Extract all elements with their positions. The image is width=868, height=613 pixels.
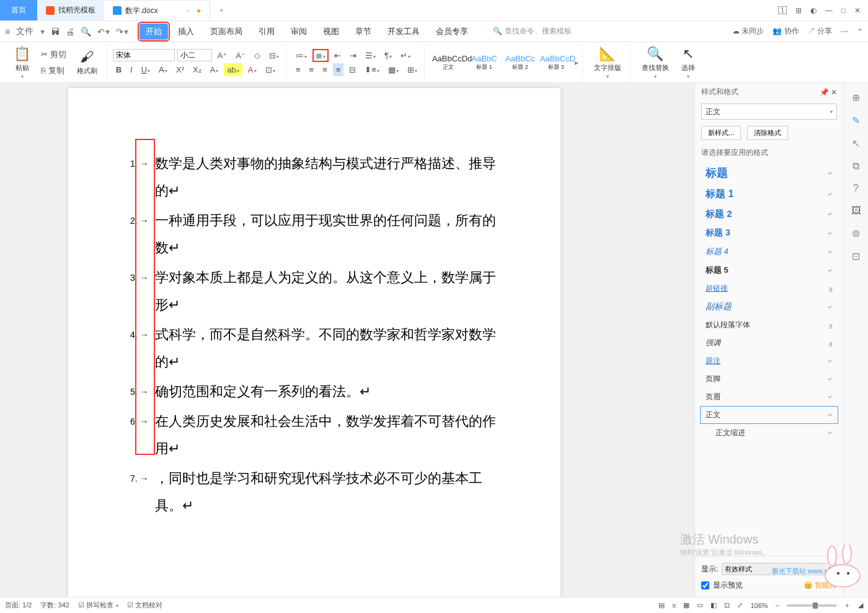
font-color-button[interactable]: A▾ xyxy=(245,63,260,76)
share-button[interactable]: ↗ 分享 xyxy=(808,26,832,37)
style-item[interactable]: 超链接a̲ xyxy=(700,280,838,298)
tab-start[interactable]: 开始 xyxy=(140,24,168,40)
clear-format-icon[interactable]: ◇ xyxy=(251,49,264,62)
view-web-icon[interactable]: ▦ xyxy=(683,601,689,609)
image-icon[interactable]: 🖼 xyxy=(851,205,861,216)
tab-menu-icon[interactable]: ▫ xyxy=(187,6,189,15)
view-read-icon[interactable]: ▭ xyxy=(697,601,703,609)
show-marks-button[interactable]: ↵▾ xyxy=(397,49,414,62)
style-item[interactable]: 页眉↵ xyxy=(700,388,838,406)
new-tab-button[interactable]: ＋ xyxy=(210,0,232,20)
fullscreen-icon[interactable]: ⤢ xyxy=(737,601,743,609)
layout-icon2[interactable]: ⊡ xyxy=(852,250,860,262)
align-left-button[interactable]: ≡ xyxy=(293,63,304,76)
style-item[interactable]: 标题 4↵ xyxy=(700,242,838,261)
bold-button[interactable]: B xyxy=(113,63,125,76)
border-button[interactable]: ⊡▾ xyxy=(262,63,278,76)
italic-button[interactable]: I xyxy=(127,63,136,76)
style-item[interactable]: 标题↵ xyxy=(700,162,838,184)
preview-checkbox[interactable] xyxy=(701,581,709,589)
file-menu[interactable]: 文件 xyxy=(16,26,33,37)
layout-icon[interactable]: 1 xyxy=(778,6,787,14)
cut-button[interactable]: ✂ 剪切 xyxy=(38,47,69,62)
menu-icon[interactable]: ≡ xyxy=(5,27,10,37)
word-count[interactable]: 字数: 342 xyxy=(40,601,69,610)
select-button[interactable]: ↖选择▾ xyxy=(676,43,700,82)
align-center-button[interactable]: ≡ xyxy=(306,63,317,76)
link-icon[interactable]: ⧉ xyxy=(852,161,859,172)
decrease-indent-button[interactable]: ⇤ xyxy=(331,49,344,62)
style-item[interactable]: 标题 1↵ xyxy=(700,184,838,205)
format-painter-button[interactable]: 🖌格式刷 xyxy=(72,46,102,78)
pointer-icon[interactable]: ↖ xyxy=(852,138,860,149)
zoom-out-button[interactable]: − xyxy=(776,602,779,609)
change-case-button[interactable]: A▾ xyxy=(207,63,222,76)
style-item[interactable]: 标题 5↵ xyxy=(700,261,838,280)
clear-format-button[interactable]: 清除格式 xyxy=(747,126,788,140)
view-outline-icon[interactable]: ≡ xyxy=(672,602,676,609)
spellcheck-button[interactable]: ☑ 拼写检查 ▾ xyxy=(78,601,118,610)
size-select[interactable] xyxy=(177,49,212,61)
underline-button[interactable]: U▾ xyxy=(138,63,153,76)
style-item[interactable]: 题注↵ xyxy=(700,352,838,370)
sync-status[interactable]: ☁ 未同步 xyxy=(732,26,764,37)
find-replace-button[interactable]: 🔍查找替换▾ xyxy=(637,43,674,82)
pencil-icon[interactable]: ✎ xyxy=(852,115,860,126)
command-search[interactable]: 🔍 查找命令、搜索模板 xyxy=(493,26,571,37)
superscript-button[interactable]: X² xyxy=(173,63,187,76)
new-style-button[interactable]: 新样式... xyxy=(701,126,741,140)
highlight-button[interactable]: ab▾ xyxy=(224,63,242,76)
borders-button[interactable]: ⊞▾ xyxy=(404,63,420,76)
qat-preview-icon[interactable]: 🔍 xyxy=(81,27,91,37)
style-item[interactable]: 标题 3↵ xyxy=(700,224,838,242)
qat-save-icon[interactable]: 🖬 xyxy=(51,27,60,37)
tab-review[interactable]: 审阅 xyxy=(285,24,313,40)
align-distribute-button[interactable]: ⊟ xyxy=(346,63,359,76)
qat-print-icon[interactable]: 🖨 xyxy=(66,27,74,37)
qat-undo-icon[interactable]: ↶▾ xyxy=(97,27,110,37)
style-item[interactable]: 正文缩进↵ xyxy=(700,424,838,442)
tab-member[interactable]: 会员专享 xyxy=(430,24,474,40)
numbering-button[interactable]: ≣▾ xyxy=(312,49,329,62)
style-item[interactable]: 强调a̲ xyxy=(700,334,838,352)
style-item[interactable]: 副标题↵ xyxy=(700,298,838,316)
tab-insert[interactable]: 插入 xyxy=(172,24,200,40)
style-h1[interactable]: AaBbC标题 1 xyxy=(467,53,502,71)
subscript-button[interactable]: X₂ xyxy=(190,63,205,76)
style-item[interactable]: 默认段落字体a̲ xyxy=(700,316,838,334)
paste-button[interactable]: 📋粘贴▾ xyxy=(9,43,35,82)
tab-devtools[interactable]: 开发工具 xyxy=(381,24,426,40)
style-h2[interactable]: AaBbCc标题 2 xyxy=(503,53,538,71)
align-right-button[interactable]: ≡ xyxy=(319,63,330,76)
sort-button[interactable]: ¶▾ xyxy=(381,49,395,62)
align-justify-button[interactable]: ≡ xyxy=(333,63,344,76)
zoom-in-button[interactable]: ＋ xyxy=(844,601,851,610)
more-icon[interactable]: ⋯ xyxy=(841,27,848,36)
font-select[interactable] xyxy=(113,49,175,61)
document-panel[interactable]: 数学是人类对事物的抽象结构与模式进行严格描述、推导的↵一种通用手段，可以应用于现… xyxy=(0,83,694,597)
text-direction-button[interactable]: ☰▾ xyxy=(362,49,379,62)
line-spacing-button[interactable]: ⬍≡▾ xyxy=(361,63,383,76)
collapse-ribbon-icon[interactable]: ⌃ xyxy=(857,27,863,36)
qat-redo-icon[interactable]: ↷▾ xyxy=(116,27,128,37)
increase-font-icon[interactable]: A⁺ xyxy=(215,49,231,62)
tab-template[interactable]: 找稻壳模板 xyxy=(37,0,104,20)
collab-button[interactable]: 👥 协作 xyxy=(773,26,799,37)
bullets-button[interactable]: ≔▾ xyxy=(293,49,310,62)
decrease-font-icon[interactable]: A⁻ xyxy=(232,49,249,62)
zoom-slider[interactable] xyxy=(787,604,836,607)
ai-icon[interactable]: ⊕ xyxy=(852,92,860,104)
strikethrough-button[interactable]: A̶▾ xyxy=(156,63,170,76)
tab-sections[interactable]: 章节 xyxy=(349,24,378,40)
help-icon[interactable]: ? xyxy=(853,183,859,194)
pin-icon[interactable]: 📌 xyxy=(820,88,829,97)
page-indicator[interactable]: 页面: 1/2 xyxy=(5,601,32,610)
close-panel-icon[interactable]: ✕ xyxy=(831,88,837,97)
zoom-level[interactable]: 106% xyxy=(750,602,768,609)
styles-more-icon[interactable]: ▸ xyxy=(575,58,578,67)
smart-layout-link[interactable]: 👑 智能排 xyxy=(804,580,837,591)
text-layout-button[interactable]: 📐文字排版▾ xyxy=(589,43,626,82)
grid-icon[interactable]: ⊞ xyxy=(795,6,802,15)
tab-view[interactable]: 视图 xyxy=(317,24,345,40)
corner-icon[interactable]: ◢ xyxy=(858,601,863,609)
